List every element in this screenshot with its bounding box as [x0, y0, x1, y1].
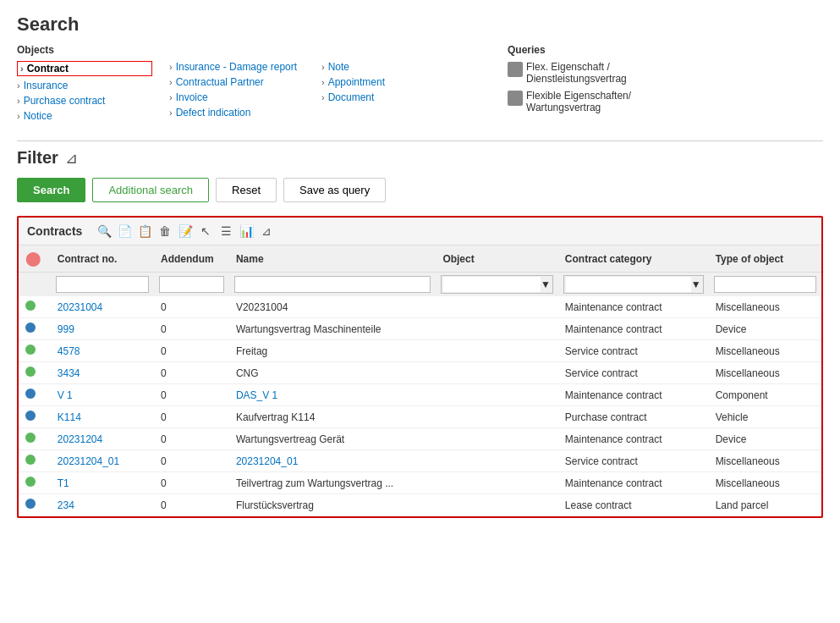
- status-dot: [25, 367, 36, 377]
- status-dot: [25, 300, 36, 311]
- col-type-header[interactable]: Type of object: [709, 245, 821, 273]
- table-row: 4578 0 Freitag Service contract Miscella…: [19, 340, 821, 362]
- status-dot-cell: [19, 384, 51, 406]
- table-row: T1 0 Teilvertrag zum Wartungsvertrag ...…: [19, 472, 821, 494]
- col-category-header[interactable]: Contract category: [558, 245, 709, 273]
- type-cell: Miscellaneous: [709, 340, 821, 362]
- type-cell: Miscellaneous: [709, 450, 821, 472]
- object-notice[interactable]: › Notice: [17, 110, 152, 122]
- query-icon-2: [508, 91, 523, 106]
- name-cell: Freitag: [229, 340, 436, 362]
- object-purchase-contract[interactable]: › Purchase contract: [17, 95, 152, 107]
- button-row: Search Additional search Reset Save as q…: [17, 178, 823, 202]
- object-insurance[interactable]: › Insurance: [17, 80, 152, 91]
- toolbar-filter-icon[interactable]: ⊿: [258, 223, 275, 240]
- toolbar-cursor-icon[interactable]: ↖: [197, 223, 214, 240]
- category-cell: Maintenance contract: [558, 318, 709, 340]
- addendum-cell: 0: [154, 428, 229, 450]
- col-addendum-header[interactable]: Addendum: [154, 245, 229, 273]
- contracts-header: Contracts 🔍 📄 📋 🗑 📝 ↖ ☰ 📊 ⊿: [19, 218, 821, 245]
- contract-no-cell[interactable]: T1: [51, 472, 154, 494]
- contract-no-cell[interactable]: K114: [51, 406, 154, 428]
- toolbar-search-icon[interactable]: 🔍: [96, 223, 113, 240]
- contract-no-cell[interactable]: 20231204: [51, 428, 154, 450]
- object-appointment[interactable]: › Appointment: [321, 76, 457, 88]
- object-note[interactable]: › Note: [321, 61, 457, 73]
- objects-label: Objects: [17, 44, 474, 56]
- contracts-panel: Contracts 🔍 📄 📋 🗑 📝 ↖ ☰ 📊 ⊿ ⬤ Contrac: [17, 216, 823, 518]
- object-contract[interactable]: › Contract: [17, 61, 152, 76]
- query-1-label: Flex. Eigenschaft /Dienstleistungsvertra…: [526, 61, 627, 85]
- table-row: K114 0 Kaufvertrag K114 Purchase contrac…: [19, 406, 821, 428]
- filter-name[interactable]: [234, 276, 431, 293]
- status-dot: [25, 323, 36, 333]
- toolbar-copy-icon[interactable]: 📋: [136, 223, 153, 240]
- type-cell: Land parcel: [709, 494, 821, 516]
- col-object-header[interactable]: Object: [436, 245, 557, 273]
- type-cell: Miscellaneous: [709, 362, 821, 384]
- filter-contract-no[interactable]: [56, 276, 149, 293]
- toolbar-chart-icon[interactable]: 📊: [238, 223, 255, 240]
- contract-no-cell[interactable]: V 1: [51, 384, 154, 406]
- object-invoice[interactable]: › Invoice: [169, 91, 305, 103]
- query-icon-1: [508, 62, 523, 77]
- addendum-cell: 0: [154, 472, 229, 494]
- filter-object[interactable]: [443, 277, 541, 292]
- name-cell: Kaufvertrag K114: [229, 406, 436, 428]
- save-as-query-button[interactable]: Save as query: [283, 178, 386, 202]
- contract-no-cell[interactable]: 4578: [51, 340, 154, 362]
- contract-no-cell[interactable]: 234: [51, 494, 154, 516]
- objects-col-2: › Insurance - Damage report › Contractua…: [169, 61, 305, 122]
- addendum-cell: 0: [154, 494, 229, 516]
- col-contract-no-header[interactable]: Contract no.: [51, 245, 154, 273]
- object-insurance-damage[interactable]: › Insurance - Damage report: [169, 61, 305, 73]
- name-cell[interactable]: DAS_V 1: [229, 384, 436, 406]
- object-cell: [436, 340, 557, 362]
- object-cell: [436, 384, 557, 406]
- contract-no-cell[interactable]: 20231204_01: [51, 450, 154, 472]
- filter-section: Filter ⊿ Search Additional search Reset …: [17, 141, 823, 202]
- objects-col-3: › Note › Appointment › Document: [321, 61, 457, 122]
- col-name-header[interactable]: Name: [229, 245, 436, 273]
- filter-type[interactable]: [714, 276, 816, 293]
- status-dot-cell: [19, 494, 51, 516]
- filter-category-dropdown-icon[interactable]: ▼: [691, 278, 701, 290]
- toolbar-list-icon[interactable]: ☰: [217, 223, 234, 240]
- category-cell: Service contract: [558, 340, 709, 362]
- category-cell: Maintenance contract: [558, 296, 709, 318]
- object-cell: [436, 318, 557, 340]
- category-cell: Maintenance contract: [558, 472, 709, 494]
- contract-no-cell[interactable]: 3434: [51, 362, 154, 384]
- toolbar-add-icon[interactable]: 📄: [116, 223, 133, 240]
- queries-label: Queries: [508, 44, 631, 56]
- reset-button[interactable]: Reset: [216, 178, 277, 202]
- search-button[interactable]: Search: [17, 178, 85, 202]
- filter-category[interactable]: [566, 277, 691, 292]
- object-contractual-partner[interactable]: › Contractual Partner: [169, 76, 305, 88]
- filter-addendum[interactable]: [159, 276, 224, 293]
- object-document[interactable]: › Document: [321, 91, 457, 103]
- addendum-cell: 0: [154, 340, 229, 362]
- type-cell: Component: [709, 384, 821, 406]
- contract-no-cell[interactable]: 999: [51, 318, 154, 340]
- toolbar-delete-icon[interactable]: 🗑: [156, 223, 173, 240]
- col-status: ⬤: [19, 245, 51, 273]
- query-2[interactable]: Flexible Eigenschaften/Wartungsvertrag: [508, 90, 631, 113]
- toolbar-edit-icon[interactable]: 📝: [177, 223, 194, 240]
- addendum-cell: 0: [154, 450, 229, 472]
- query-1[interactable]: Flex. Eigenschaft /Dienstleistungsvertra…: [508, 61, 631, 85]
- name-cell: CNG: [229, 362, 436, 384]
- contracts-table: ⬤ Contract no. Addendum Name Object Cont…: [19, 245, 821, 516]
- object-defect-indication[interactable]: › Defect indication: [169, 107, 305, 119]
- name-cell: Teilvertrag zum Wartungsvertrag ...: [229, 472, 436, 494]
- additional-search-button[interactable]: Additional search: [92, 178, 209, 202]
- type-cell: Device: [709, 318, 821, 340]
- name-cell: Wartungsvertreag Gerät: [229, 428, 436, 450]
- toolbar: 🔍 📄 📋 🗑 📝 ↖ ☰ 📊 ⊿: [96, 223, 275, 240]
- contract-no-cell[interactable]: 20231004: [51, 296, 154, 318]
- status-dot: [25, 389, 36, 399]
- queries-section: Queries Flex. Eigenschaft /Dienstleistun…: [508, 44, 631, 113]
- name-cell[interactable]: 20231204_01: [229, 450, 436, 472]
- status-dot: [25, 499, 36, 509]
- filter-object-dropdown-icon[interactable]: ▼: [541, 278, 551, 290]
